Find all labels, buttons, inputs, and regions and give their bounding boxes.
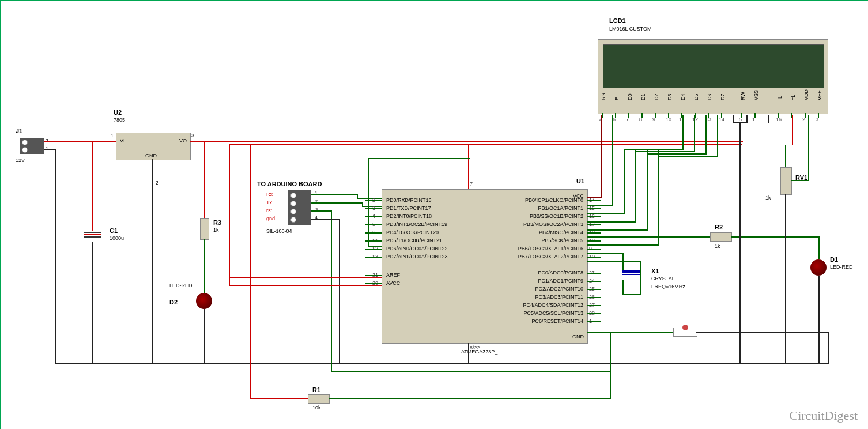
wire bbox=[311, 202, 363, 204]
wire bbox=[587, 236, 710, 238]
wire bbox=[635, 151, 695, 152]
wire bbox=[368, 246, 382, 247]
hdr-rx: Rx bbox=[266, 191, 273, 197]
hdr-gnd: gnd bbox=[266, 216, 275, 221]
r3-body bbox=[200, 218, 209, 240]
wire bbox=[311, 210, 332, 212]
x1-val: CRYSTAL bbox=[651, 276, 675, 281]
u1-gnd: GND bbox=[572, 334, 584, 340]
u2-p1: 1 bbox=[111, 133, 114, 138]
wire bbox=[204, 239, 205, 293]
j1-ref: J1 bbox=[16, 127, 22, 134]
wire bbox=[768, 115, 769, 123]
u2-gnd: GND bbox=[145, 153, 157, 159]
lcd-pin-D0: D0 bbox=[627, 93, 633, 100]
wire bbox=[311, 194, 358, 195]
u1-rname-1: PC6/RESET/PCINT14 bbox=[497, 318, 583, 324]
lcd-pin-RW: RW bbox=[740, 92, 746, 100]
u1-ref: U1 bbox=[576, 178, 584, 185]
u1-lname-2: PD0/RXD/PCINT16 bbox=[386, 197, 432, 203]
u1-top-n: 7 bbox=[470, 181, 473, 187]
u2-vo: VO bbox=[179, 138, 187, 144]
wire bbox=[622, 253, 624, 270]
u1-rname-28: PC5/ADC5/SCL/PCINT13 bbox=[497, 310, 583, 316]
wire bbox=[587, 253, 624, 254]
schematic-canvas: J1 2 1 12V U2 7805 VI VO GND 1 3 2 C1 10… bbox=[0, 0, 868, 429]
wire bbox=[587, 221, 636, 223]
lcd-pin-D2: D2 bbox=[654, 93, 659, 100]
wire bbox=[647, 153, 707, 155]
u1-rname-9: PB6/TOSC1/XTAL1/PCINT6 bbox=[497, 246, 583, 251]
d1-led bbox=[810, 259, 827, 276]
wire bbox=[311, 219, 340, 220]
wire bbox=[601, 115, 602, 198]
wire bbox=[624, 149, 625, 215]
wire bbox=[694, 115, 695, 152]
wire bbox=[331, 371, 611, 372]
d2-led bbox=[196, 293, 212, 309]
u1-rname-10: PB7/TOSC2/XTAL2/PCINT7 bbox=[497, 254, 583, 259]
u1-rname-17: PB3/MOSI/OC2A/PCINT3 bbox=[497, 221, 583, 227]
wire bbox=[647, 149, 648, 231]
wire bbox=[658, 156, 718, 157]
wire bbox=[152, 159, 153, 364]
hdr-val: SIL-100-04 bbox=[266, 228, 292, 234]
r3-ref: R3 bbox=[213, 219, 221, 226]
wire bbox=[229, 144, 230, 285]
wire bbox=[468, 343, 469, 364]
wire bbox=[792, 115, 793, 145]
wire-gnd-main bbox=[55, 149, 56, 364]
wire bbox=[229, 285, 382, 286]
u1-lname-11: PD5/T1/OC0B/PCINT21 bbox=[386, 238, 442, 243]
lcd-ref: LCD1 bbox=[609, 17, 626, 24]
wire-vin bbox=[44, 141, 116, 142]
wire bbox=[250, 398, 308, 399]
wire bbox=[818, 276, 820, 364]
j1-connector bbox=[20, 138, 44, 154]
wire bbox=[587, 332, 673, 333]
u1-rname-16: PB2/SS/OC1B/PCINT2 bbox=[497, 213, 583, 219]
wire bbox=[587, 261, 641, 262]
r1-ref: R1 bbox=[312, 386, 320, 393]
wire bbox=[587, 229, 648, 231]
r3-val: 1k bbox=[213, 227, 219, 233]
u1-rname-18: PB4/MISO/PCINT4 bbox=[497, 229, 583, 235]
d2-val: LED-RED bbox=[169, 283, 193, 288]
r1-body bbox=[308, 394, 330, 404]
u1-lname-21: AREF bbox=[386, 272, 400, 278]
u1-rname-26: PC3/ADC3/PCINT11 bbox=[497, 294, 583, 300]
u1-rname-25: PC2/ADC2/PCINT10 bbox=[497, 286, 583, 292]
lcd-val: LM016L CUSTOM bbox=[609, 26, 652, 32]
u1-rname-15: PB1/OC1A/PCINT1 bbox=[497, 205, 583, 211]
reset-button[interactable] bbox=[673, 328, 697, 337]
wire bbox=[250, 144, 251, 399]
wire bbox=[791, 180, 809, 181]
wire bbox=[785, 194, 786, 364]
c1-body bbox=[84, 231, 101, 239]
d1-ref: D1 bbox=[830, 256, 838, 263]
wire bbox=[329, 398, 611, 399]
wire bbox=[818, 236, 820, 259]
rv1-body[interactable] bbox=[780, 167, 792, 195]
lcd-pin--L: -L bbox=[777, 96, 783, 100]
r2-ref: R2 bbox=[715, 224, 723, 231]
u1-rname-19: PB5/SCK/PCINT5 bbox=[497, 238, 583, 243]
wire bbox=[368, 158, 470, 159]
wire bbox=[204, 141, 205, 218]
hdr-rst: rst bbox=[266, 208, 272, 213]
j1-val: 12V bbox=[16, 157, 25, 163]
wire bbox=[229, 277, 382, 278]
arduino-conn bbox=[288, 190, 311, 225]
wire bbox=[587, 205, 613, 206]
wire bbox=[682, 115, 684, 150]
wire bbox=[587, 244, 659, 246]
lcd-pin-D6: D6 bbox=[707, 93, 712, 100]
d2-ref: D2 bbox=[169, 299, 178, 306]
u1-rname-24: PC1/ADC1/PCINT9 bbox=[497, 278, 583, 284]
u1-rname-27: PC4/ADC4/SDA/PCINT12 bbox=[497, 302, 583, 308]
wire bbox=[696, 332, 829, 333]
arduino-title: TO ARDUINO BOARD bbox=[257, 180, 322, 187]
x1-ref: X1 bbox=[651, 268, 659, 274]
wire bbox=[610, 332, 611, 399]
u2-vi: VI bbox=[120, 138, 125, 144]
